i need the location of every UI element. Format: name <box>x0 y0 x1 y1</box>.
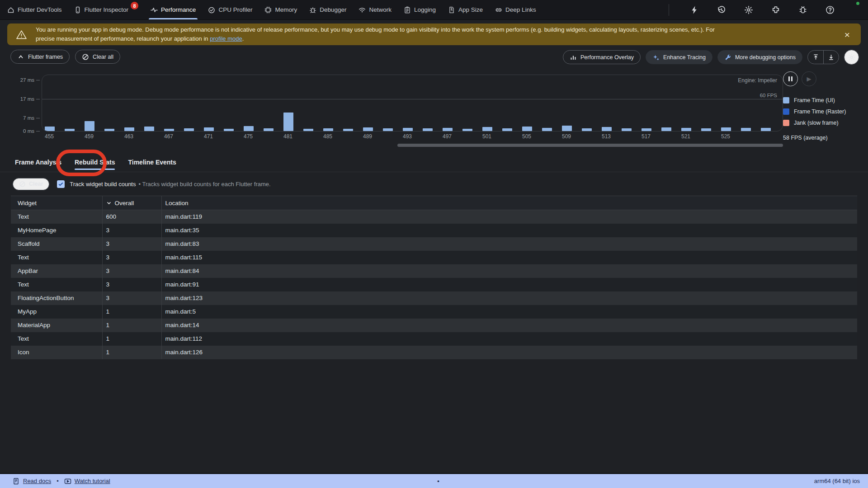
widget-cell: FloatingActionButton <box>11 291 102 305</box>
lightning-icon[interactable] <box>690 5 699 14</box>
frame-bar[interactable] <box>85 121 94 131</box>
frame-bar[interactable] <box>283 113 293 131</box>
frame-bar[interactable] <box>582 128 592 131</box>
table-row[interactable]: FloatingActionButton3main.dart:123 <box>11 291 857 305</box>
frame-bar[interactable] <box>65 129 75 131</box>
nav-tab-debugger[interactable]: Debugger <box>309 0 346 19</box>
column-header-widget[interactable]: Widget <box>11 196 102 210</box>
clear-all-button[interactable]: Clear all <box>75 50 120 64</box>
banner-close-icon[interactable]: × <box>843 30 852 39</box>
frames-chart-section: 27 ms17 ms7 ms0 ms Engine: Impeller 60 F… <box>0 70 868 153</box>
nav-tab-app-size[interactable]: App Size <box>448 0 483 19</box>
flutter-frames-button[interactable]: Flutter frames <box>10 50 70 64</box>
frame-bar[interactable] <box>343 129 353 131</box>
table-row[interactable]: MyApp1main.dart:5 <box>11 305 857 319</box>
scrollbar-thumb[interactable] <box>397 144 783 147</box>
nav-tab-label: Deep Links <box>505 6 536 13</box>
performance-overlay-button[interactable]: Performance Overlay <box>563 50 641 64</box>
frame-bar[interactable] <box>45 127 55 131</box>
frame-bar[interactable] <box>104 129 114 131</box>
tab-frame-analysis[interactable]: Frame Analysis <box>15 153 61 172</box>
average-fps-label: 58 FPS (average) <box>783 135 861 141</box>
tab-rebuild-stats[interactable]: Rebuild Stats <box>75 153 115 172</box>
profile-mode-link[interactable]: profile mode <box>210 35 242 42</box>
frame-bar[interactable] <box>423 128 433 131</box>
debug-mode-banner: You are running your app in debug mode. … <box>7 23 861 45</box>
frame-bar[interactable] <box>741 128 751 131</box>
help-icon[interactable] <box>826 5 835 14</box>
nav-tab-network[interactable]: Network <box>359 0 392 19</box>
frame-bar[interactable] <box>244 126 254 131</box>
frame-bar[interactable] <box>224 129 234 131</box>
frame-bar[interactable] <box>323 128 333 131</box>
nav-tab-flutter-inspector[interactable]: Flutter Inspector8 <box>74 0 139 19</box>
frame-bar[interactable] <box>761 128 771 131</box>
table-row[interactable]: Scaffold3main.dart:83 <box>11 237 857 251</box>
table-row[interactable]: Text600main.dart:119 <box>11 210 857 224</box>
frame-bar[interactable] <box>164 129 174 131</box>
memory-icon <box>264 6 272 14</box>
extensions-icon[interactable] <box>771 5 780 14</box>
nav-tab-logging[interactable]: Logging <box>404 0 436 19</box>
deep-links-icon <box>495 6 502 14</box>
frame-bar[interactable] <box>264 128 274 131</box>
frame-bar[interactable] <box>661 127 671 131</box>
resume-button[interactable]: ▶ <box>802 71 816 86</box>
import-icon[interactable] <box>823 51 839 64</box>
read-docs-link[interactable]: Read docs <box>13 478 51 485</box>
settings-icon[interactable] <box>744 5 753 14</box>
table-row[interactable]: MaterialApp1main.dart:14 <box>11 319 857 332</box>
tab-timeline-events[interactable]: Timeline Events <box>128 153 176 172</box>
frame-bar[interactable] <box>642 128 651 131</box>
frame-bar[interactable] <box>482 127 492 131</box>
table-row[interactable]: Text3main.dart:91 <box>11 278 857 291</box>
clear-button[interactable]: Clear <box>13 178 49 190</box>
pause-button[interactable] <box>783 71 798 86</box>
nav-tab-flutter-devtools[interactable]: Flutter DevTools <box>7 0 62 19</box>
track-builds-checkbox[interactable] <box>57 180 65 188</box>
frame-bar[interactable] <box>502 128 512 131</box>
export-icon[interactable] <box>808 51 823 64</box>
table-row[interactable]: MyHomePage3main.dart:35 <box>11 224 857 237</box>
frame-bar[interactable] <box>562 126 572 131</box>
frame-bar[interactable] <box>622 128 632 131</box>
widget-cell: MyHomePage <box>11 224 102 237</box>
block-icon <box>19 181 26 188</box>
frame-bar[interactable] <box>522 127 532 131</box>
overall-cell: 3 <box>102 278 161 291</box>
column-header-location[interactable]: Location <box>161 196 857 210</box>
table-row[interactable]: AppBar3main.dart:84 <box>11 264 857 278</box>
frame-bar[interactable] <box>721 127 731 131</box>
performance-settings-button[interactable] <box>844 50 859 65</box>
frame-bar[interactable] <box>443 128 453 131</box>
bug-report-icon[interactable] <box>798 5 807 14</box>
chart-side-panel: ▶ Frame Time (UI)Frame Time (Raster)Jank… <box>783 70 861 141</box>
column-header-overall[interactable]: Overall <box>102 196 161 210</box>
frame-bar[interactable] <box>681 128 691 131</box>
nav-tab-cpu-profiler[interactable]: CPU Profiler <box>208 0 252 19</box>
table-row[interactable]: Icon1main.dart:126 <box>11 346 857 359</box>
fps-threshold-line <box>42 99 783 99</box>
nav-tab-memory[interactable]: Memory <box>264 0 297 19</box>
frame-bar[interactable] <box>184 128 194 131</box>
frame-bar[interactable] <box>462 129 472 131</box>
frame-bar[interactable] <box>363 127 373 131</box>
enhance-tracing-button[interactable]: Enhance Tracing <box>646 50 712 64</box>
history-icon[interactable] <box>717 5 726 14</box>
nav-tab-performance[interactable]: Performance <box>151 0 196 19</box>
frame-bar[interactable] <box>701 128 711 131</box>
frame-bar[interactable] <box>144 127 154 131</box>
nav-tab-deep-links[interactable]: Deep Links <box>495 0 536 19</box>
table-row[interactable]: Text1main.dart:112 <box>11 332 857 346</box>
legend-swatch <box>783 120 789 126</box>
frame-bar[interactable] <box>204 127 214 131</box>
frame-bar[interactable] <box>602 127 612 131</box>
frame-bar[interactable] <box>542 128 552 131</box>
frame-bar[interactable] <box>403 128 413 131</box>
frame-bar[interactable] <box>124 127 134 131</box>
watch-tutorial-link[interactable]: Watch tutorial <box>64 478 110 485</box>
table-row[interactable]: Text3main.dart:115 <box>11 251 857 264</box>
frame-bar[interactable] <box>303 129 313 131</box>
more-debugging-options-button[interactable]: More debugging options <box>717 50 802 64</box>
frame-bar[interactable] <box>383 128 393 131</box>
